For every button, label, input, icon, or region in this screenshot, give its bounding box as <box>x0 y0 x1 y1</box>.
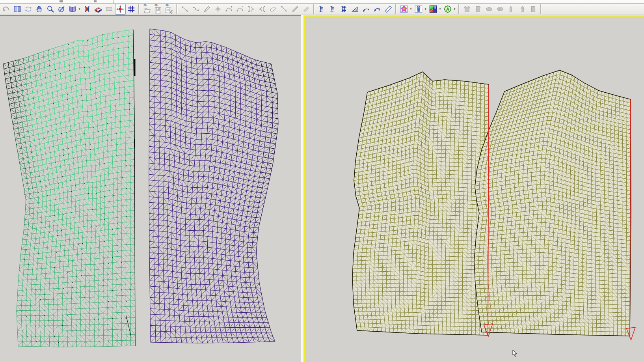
remove-curve-point-button[interactable] <box>235 4 246 15</box>
toolbar-group-tp-file-tools: .tp.tp.tp <box>141 4 175 15</box>
dropdown-caret-icon[interactable]: ▾ <box>438 7 442 11</box>
measure-angle-button[interactable] <box>361 4 372 15</box>
mannequin-side-2-button[interactable] <box>517 4 528 15</box>
rotate-3d-button[interactable] <box>56 4 67 15</box>
toolbar-group-view-tools: ▾ <box>1 4 137 15</box>
measure-ruler-button[interactable] <box>383 4 394 15</box>
garment-display-button[interactable] <box>413 4 424 15</box>
toolbar-group-draw-tools <box>179 4 312 15</box>
magnifier-icon <box>46 5 55 13</box>
toolbar-separator <box>540 4 542 14</box>
measure-vertical-button[interactable] <box>317 4 328 15</box>
mouse-cursor <box>512 349 518 357</box>
toolbar-group-measure-tools <box>316 4 394 15</box>
curve-tool-icon <box>192 5 200 13</box>
mannequin-side-button[interactable] <box>506 4 517 15</box>
pie-icon <box>94 5 102 13</box>
undo-view-button[interactable] <box>1 4 12 15</box>
menu-text-fragment <box>60 0 63 2</box>
move-points-button[interactable] <box>115 4 126 15</box>
pan-hand-icon <box>35 5 44 13</box>
point-tool-icon <box>214 5 222 13</box>
measure-angle-2-button[interactable] <box>372 4 383 15</box>
toolbar-separator <box>458 4 460 14</box>
draw-pencil-button[interactable] <box>202 4 212 15</box>
workspace <box>0 15 644 362</box>
menu-text-fragment <box>94 0 97 2</box>
curve-plus-icon <box>225 5 233 13</box>
drape-lens-icon <box>83 5 91 13</box>
flag-tool-button[interactable] <box>104 4 115 15</box>
torso-top-icon <box>485 5 493 13</box>
pencil-icon <box>203 5 211 13</box>
mesh-display-button[interactable] <box>428 4 439 15</box>
rotate-view-button[interactable] <box>23 4 34 15</box>
torso-back-icon <box>529 5 538 13</box>
measure-area-button[interactable] <box>350 4 361 15</box>
move-cross-icon <box>116 5 125 13</box>
viewport-3d-canvas[interactable] <box>0 16 301 362</box>
open-tp-button[interactable]: .tp <box>142 4 153 15</box>
undo-arrow-icon <box>2 5 11 13</box>
pan-button[interactable] <box>34 4 45 15</box>
dropdown-caret-icon[interactable]: ▾ <box>453 7 456 11</box>
toolbar-separator <box>313 4 315 14</box>
viewport-3d-panel[interactable] <box>0 15 301 362</box>
annotation-display-button[interactable]: A <box>443 4 453 15</box>
grid-snap-button[interactable] <box>126 4 137 15</box>
mannequin-back-button[interactable] <box>528 4 539 15</box>
toolbar-separator <box>395 4 397 14</box>
save-tp-button[interactable]: .tp <box>153 4 164 15</box>
split-view-button[interactable] <box>12 4 23 15</box>
merge-left-button[interactable] <box>257 4 268 15</box>
triangle-hatch-icon <box>351 5 359 13</box>
dropdown-caret-icon[interactable]: ▾ <box>409 7 413 11</box>
double-diag-icon <box>302 5 311 13</box>
measure-v1-icon <box>318 5 326 13</box>
rotate-view-icon <box>24 5 33 13</box>
mannequin-front-button[interactable] <box>462 4 473 15</box>
parallel-line-button[interactable] <box>301 4 312 15</box>
thick-line-button[interactable] <box>290 4 301 15</box>
angle-arc2-icon <box>373 5 382 13</box>
thick-diag-icon <box>291 5 300 13</box>
mannequin-front-2-button[interactable] <box>473 4 484 15</box>
pie-view-button[interactable] <box>93 4 104 15</box>
draw-curve-button[interactable] <box>191 4 201 15</box>
grid-icon <box>127 5 136 13</box>
flower-icon <box>400 5 408 13</box>
zoom-button[interactable] <box>45 4 56 15</box>
mannequin-top-2-button[interactable] <box>495 4 506 15</box>
ruler-icon <box>384 5 393 13</box>
merge-left-icon <box>258 5 266 13</box>
curve-minus-icon <box>236 5 244 13</box>
color-grid-icon <box>429 5 437 13</box>
viewport-2d-panel[interactable] <box>303 15 644 362</box>
drape-lens-button[interactable] <box>82 4 93 15</box>
arrow-diag-icon <box>280 5 288 13</box>
measure-dashed-button[interactable] <box>328 4 339 15</box>
arrow-line-button[interactable] <box>279 4 290 15</box>
mannequin-top-button[interactable] <box>484 4 495 15</box>
add-curve-point-button[interactable] <box>224 4 235 15</box>
book-icon <box>68 5 77 13</box>
save-copy-tp-button[interactable]: .tp <box>164 4 175 15</box>
toolbar: ▾.tp.tp.tp▾▾▾A▾ <box>0 4 644 15</box>
draw-line-button[interactable] <box>180 4 190 15</box>
measure-double-button[interactable] <box>339 4 350 15</box>
a-circle-icon: A <box>443 5 452 13</box>
line-tool-icon <box>181 5 189 13</box>
toolbar-separator <box>176 4 178 14</box>
simulation-book-button[interactable] <box>67 4 78 15</box>
dropdown-caret-icon[interactable]: ▾ <box>424 7 427 11</box>
menubar-clipped <box>0 0 644 3</box>
toolbar-group-display-tools: ▾▾▾A▾ <box>398 4 457 15</box>
rotate-3d-icon <box>57 5 66 13</box>
measure-v3-icon <box>340 5 348 13</box>
dropdown-caret-icon[interactable]: ▾ <box>78 7 81 11</box>
texture-display-button[interactable] <box>399 4 409 15</box>
merge-right-button[interactable] <box>246 4 257 15</box>
eraser-button[interactable] <box>268 4 279 15</box>
viewport-2d-canvas[interactable] <box>305 17 644 362</box>
insert-point-button[interactable] <box>213 4 223 15</box>
